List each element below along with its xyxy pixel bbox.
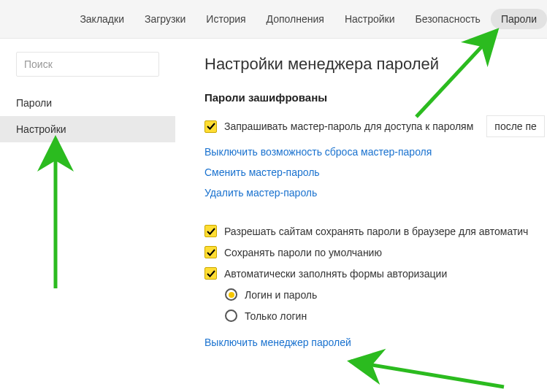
checkbox-autofill[interactable] <box>204 267 217 280</box>
tab-security[interactable]: Безопасность <box>405 9 491 29</box>
tab-settings[interactable]: Настройки <box>334 9 405 29</box>
radio-login-only[interactable] <box>225 310 237 322</box>
page-title: Настройки менеджера паролей <box>204 55 547 74</box>
tab-bookmarks[interactable]: Закладки <box>69 9 134 29</box>
top-tabs: Закладки Загрузки История Дополнения Нас… <box>0 0 547 39</box>
sidebar-item-passwords[interactable]: Пароли <box>0 90 175 116</box>
save-default-label: Сохранять пароли по умолчанию <box>224 247 382 258</box>
section-encrypted-title: Пароли зашифрованы <box>204 91 547 104</box>
sidebar: Поиск Пароли Настройки <box>0 39 175 392</box>
link-disable-master-reset[interactable]: Выключить возможность сброса мастер-паро… <box>204 146 432 158</box>
master-password-timing-dropdown[interactable]: после пе <box>486 115 545 137</box>
checkbox-master-password[interactable] <box>204 120 217 133</box>
sidebar-item-settings[interactable]: Настройки <box>0 116 175 142</box>
check-icon <box>207 269 215 278</box>
check-icon <box>207 248 215 257</box>
tab-downloads[interactable]: Загрузки <box>134 9 196 29</box>
radio-login-only-label: Только логин <box>245 310 307 322</box>
check-icon <box>207 122 215 131</box>
tab-addons[interactable]: Дополнения <box>256 9 334 29</box>
radio-login-password[interactable] <box>225 288 237 301</box>
search-input[interactable]: Поиск <box>16 52 159 77</box>
link-change-master[interactable]: Сменить мастер-пароль <box>204 166 320 178</box>
tab-passwords[interactable]: Пароли <box>491 9 547 29</box>
allow-save-label: Разрешать сайтам сохранять пароли в брау… <box>224 226 528 237</box>
link-disable-manager[interactable]: Выключить менеджер паролей <box>204 337 351 348</box>
main-content: Настройки менеджера паролей Пароли зашиф… <box>175 39 547 392</box>
checkbox-allow-save[interactable] <box>204 225 217 237</box>
checkbox-save-default[interactable] <box>204 246 217 258</box>
radio-login-password-label: Логин и пароль <box>245 289 317 301</box>
autofill-label: Автоматически заполнять формы авторизаци… <box>224 268 447 280</box>
link-delete-master[interactable]: Удалить мастер-пароль <box>204 187 317 199</box>
master-password-label: Запрашивать мастер-пароль для доступа к … <box>224 120 473 132</box>
tab-history[interactable]: История <box>196 9 256 29</box>
check-icon <box>207 227 215 236</box>
